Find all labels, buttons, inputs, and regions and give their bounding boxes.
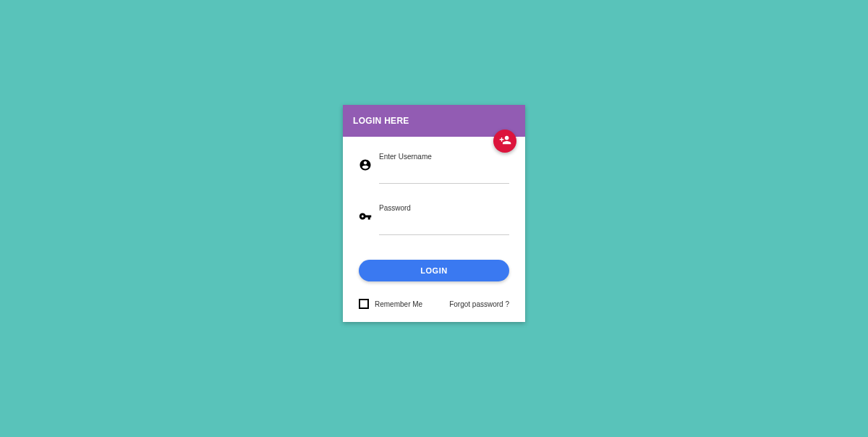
password-input[interactable]: [379, 215, 509, 235]
header-title: LOGIN HERE: [353, 116, 409, 126]
checkbox-icon: [359, 299, 369, 309]
forgot-password-link[interactable]: Forgot password ?: [449, 300, 509, 308]
username-input[interactable]: [379, 164, 509, 184]
login-button[interactable]: LOGIN: [359, 260, 509, 281]
remember-label: Remember Me: [375, 300, 422, 308]
username-row: Enter Username: [359, 153, 509, 184]
password-row: Password: [359, 204, 509, 235]
card-body: Enter Username Password LOGIN Remember M…: [343, 137, 525, 322]
remember-me-checkbox[interactable]: Remember Me: [359, 299, 422, 309]
password-group: Password: [379, 204, 509, 235]
username-label: Enter Username: [379, 153, 509, 161]
account-circle-icon: [359, 158, 372, 171]
add-user-button[interactable]: [493, 130, 516, 153]
footer-row: Remember Me Forgot password ?: [359, 299, 509, 309]
person-add-icon: [499, 134, 511, 149]
login-card: LOGIN HERE Enter Username Password: [343, 105, 525, 322]
key-icon: [359, 210, 372, 223]
password-label: Password: [379, 204, 509, 212]
username-group: Enter Username: [379, 153, 509, 184]
